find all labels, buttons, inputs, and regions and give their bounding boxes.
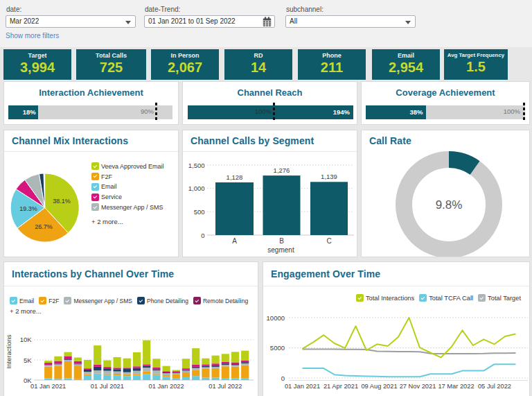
svg-text:17 Mar 2022: 17 Mar 2022	[438, 383, 474, 390]
svg-text:1,276: 1,276	[274, 166, 290, 174]
svg-text:Interactions: Interactions	[5, 334, 12, 368]
svg-text:19.3%: 19.3%	[19, 205, 37, 212]
svg-text:1,139: 1,139	[321, 173, 337, 180]
svg-text:B: B	[279, 237, 284, 245]
svg-text:09 Aug 2021: 09 Aug 2021	[361, 383, 397, 390]
svg-text:26.7%: 26.7%	[35, 223, 53, 230]
svg-text:01 Jan 2021: 01 Jan 2021	[30, 383, 66, 390]
svg-text:0: 0	[201, 232, 204, 239]
svg-text:01 Jan 2021: 01 Jan 2021	[285, 383, 320, 390]
svg-text:05 Jul 2022: 05 Jul 2022	[478, 383, 511, 390]
svg-text:C: C	[326, 237, 331, 245]
svg-text:38.1%: 38.1%	[53, 198, 71, 205]
svg-text:10000: 10000	[267, 314, 285, 322]
svg-text:01 Jan 2022: 01 Jan 2022	[149, 383, 184, 390]
svg-text:01 Jul 2021: 01 Jul 2021	[91, 383, 124, 390]
svg-text:A: A	[232, 237, 237, 245]
svg-text:segment: segment	[267, 246, 294, 254]
svg-text:1,500: 1,500	[188, 162, 205, 169]
svg-text:01 Jul 2022: 01 Jul 2022	[209, 383, 242, 390]
svg-text:5000: 5000	[270, 344, 285, 352]
svg-text:21 Apr 2021: 21 Apr 2021	[323, 383, 358, 390]
svg-text:5K: 5K	[24, 356, 32, 364]
svg-text:500: 500	[194, 208, 205, 216]
svg-text:1,128: 1,128	[227, 173, 243, 181]
svg-text:10K: 10K	[20, 336, 33, 343]
svg-text:1,000: 1,000	[188, 184, 205, 192]
svg-text:9.8%: 9.8%	[436, 198, 463, 212]
svg-text:0: 0	[281, 375, 285, 382]
svg-text:27 Nov 2021: 27 Nov 2021	[400, 383, 436, 390]
